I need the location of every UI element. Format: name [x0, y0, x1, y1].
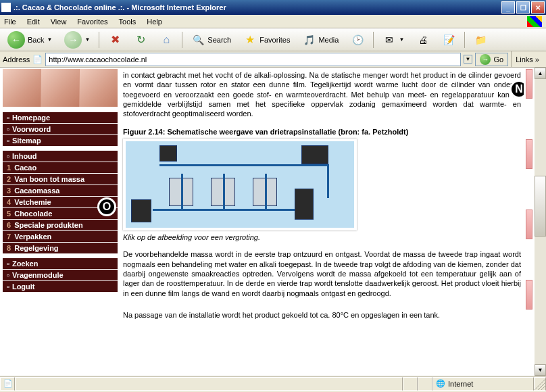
separator	[464, 32, 465, 48]
nav-item-regelgeving[interactable]: 8 Regelgeving	[3, 243, 118, 254]
nav-item-homepage[interactable]: ▫Homepage	[3, 112, 118, 124]
maximize-button[interactable]: ❐	[516, 1, 530, 14]
ie-icon	[1, 3, 11, 12]
favorites-button[interactable]: ★Favorites	[239, 31, 295, 49]
links-label[interactable]: Links »	[511, 51, 543, 68]
menu-view[interactable]: View	[51, 18, 67, 26]
nav-item-speciale-produkten[interactable]: 6 Speciale produkten	[3, 220, 118, 231]
history-icon: 🕑	[351, 33, 364, 47]
menu-help[interactable]: Help	[147, 18, 162, 26]
search-button[interactable]: 🔍Search	[187, 31, 236, 49]
print-button[interactable]: 🖨	[412, 31, 435, 49]
nav-item-van-boon-tot-massa[interactable]: 2 Van boon tot massa	[3, 174, 118, 185]
forward-arrow-icon: →	[64, 31, 82, 49]
scroll-down-button[interactable]: ▼	[535, 364, 546, 376]
mail-button[interactable]: ✉▼	[378, 31, 409, 49]
stop-button[interactable]: ✖	[103, 31, 126, 49]
refresh-button[interactable]: ↻	[129, 31, 152, 49]
nav-item-sitemap[interactable]: ▫Sitemap	[3, 135, 118, 147]
back-button[interactable]: ← Back ▼	[3, 29, 57, 51]
decor-bar	[526, 280, 532, 310]
paragraph-2: De voorbehandelde massa wordt in de eers…	[123, 249, 521, 297]
separator	[99, 32, 99, 48]
media-label: Media	[318, 36, 339, 44]
back-label: Back	[28, 36, 44, 44]
home-icon: ⌂	[159, 33, 173, 47]
mail-icon: ✉	[382, 33, 396, 47]
print-icon: 🖨	[416, 33, 430, 47]
search-label: Search	[207, 36, 231, 44]
stop-icon: ✖	[108, 33, 122, 47]
status-ie-icon: 📄	[0, 377, 15, 391]
internet-zone-icon: 🌐	[436, 379, 445, 388]
address-dropdown-icon[interactable]: ▼	[464, 55, 473, 64]
decor-bar	[526, 210, 532, 239]
vertical-scrollbar[interactable]: ▲ ▼	[535, 68, 546, 376]
chevron-down-icon: ▼	[84, 36, 90, 43]
figure-caption: Figuur 2.14: Schematische weergave van d…	[123, 128, 521, 136]
media-button[interactable]: 🎵Media	[297, 31, 343, 49]
content-area: ▫Homepage▫Voorwoord▫Sitemap ▫Inhoud1 Cac…	[0, 68, 546, 376]
left-column: ▫Homepage▫Voorwoord▫Sitemap ▫Inhoud1 Cac…	[0, 68, 120, 376]
status-icon-2	[418, 377, 432, 391]
chevron-down-icon: ▼	[47, 36, 52, 43]
go-button[interactable]: → Go	[475, 53, 508, 66]
address-bar: Address 📄 ▼ → Go Links »	[0, 51, 546, 68]
resize-grip[interactable]	[534, 377, 546, 391]
marker-o: O	[97, 197, 116, 216]
window-title: .:. Cacao & Chocolade online .:. - Micro…	[14, 3, 226, 11]
media-icon: 🎵	[302, 33, 316, 47]
statusbar: 📄 🌐 Internet	[0, 376, 546, 391]
nav-item-cacaomassa[interactable]: 3 Cacaomassa	[3, 185, 118, 197]
address-input[interactable]	[45, 53, 460, 66]
marker-n: N	[510, 80, 524, 99]
toolbar: ← Back ▼ → ▼ ✖ ↻ ⌂ 🔍Search ★Favorites 🎵M…	[0, 28, 546, 51]
folder-icon: 📁	[474, 33, 487, 47]
status-icon-1	[403, 377, 418, 391]
nav-item-inhoud[interactable]: ▫Inhoud	[3, 151, 118, 162]
status-text	[15, 377, 403, 391]
folder-button[interactable]: 📁	[469, 31, 492, 49]
zone-label: Internet	[448, 380, 473, 388]
paragraph-1: in contact gebracht met het vocht of de …	[123, 70, 521, 118]
figure-click-hint: Klik op de afbeelding voor een vergrotin…	[123, 233, 521, 241]
status-zone: 🌐 Internet	[432, 377, 534, 391]
back-arrow-icon: ←	[7, 31, 25, 49]
scroll-thumb[interactable]	[535, 176, 546, 237]
scroll-up-button[interactable]: ▲	[535, 68, 546, 79]
history-button[interactable]: 🕑	[346, 31, 369, 49]
main-column: in contact gebracht met het vocht of de …	[120, 68, 524, 376]
minimize-button[interactable]: _	[501, 1, 515, 14]
refresh-icon: ↻	[134, 33, 147, 47]
favorites-label: Favorites	[259, 36, 290, 44]
home-button[interactable]: ⌂	[155, 31, 178, 49]
menu-edit[interactable]: Edit	[27, 18, 40, 26]
schematic-figure[interactable]	[123, 139, 357, 230]
nav-item-loguit[interactable]: ▫Loguit	[3, 281, 118, 293]
nav-item-voorwoord[interactable]: ▫Voorwoord	[3, 124, 118, 135]
menu-favorites[interactable]: Favorites	[77, 18, 107, 26]
nav-item-vragenmodule[interactable]: ▫Vragenmodule	[3, 270, 118, 281]
go-arrow-icon: →	[480, 54, 491, 65]
go-label: Go	[493, 55, 503, 64]
address-label: Address	[3, 55, 30, 64]
windows-flag-icon	[527, 16, 542, 27]
menu-tools[interactable]: Tools	[119, 18, 136, 26]
nav-item-zoeken[interactable]: ▫Zoeken	[3, 258, 118, 270]
nav-item-cacao[interactable]: 1 Cacao	[3, 162, 118, 174]
window-titlebar: .:. Cacao & Chocolade online .:. - Micro…	[0, 0, 546, 15]
edit-button[interactable]: 📝	[437, 31, 460, 49]
decor-bar	[526, 139, 532, 169]
forward-button[interactable]: → ▼	[59, 29, 95, 51]
search-icon: 🔍	[191, 33, 205, 47]
header-image	[3, 69, 118, 107]
edit-icon: 📝	[442, 33, 455, 47]
nav-item-verpakken[interactable]: 7 Verpakken	[3, 231, 118, 243]
decor-bar	[526, 69, 532, 99]
close-button[interactable]: ✕	[531, 1, 545, 14]
menu-file[interactable]: File	[4, 18, 16, 26]
star-icon: ★	[243, 33, 257, 47]
separator	[182, 32, 182, 48]
paragraph-3: Na passage van de installatie wordt het …	[123, 310, 521, 320]
menubar: File Edit View Favorites Tools Help	[0, 15, 546, 28]
